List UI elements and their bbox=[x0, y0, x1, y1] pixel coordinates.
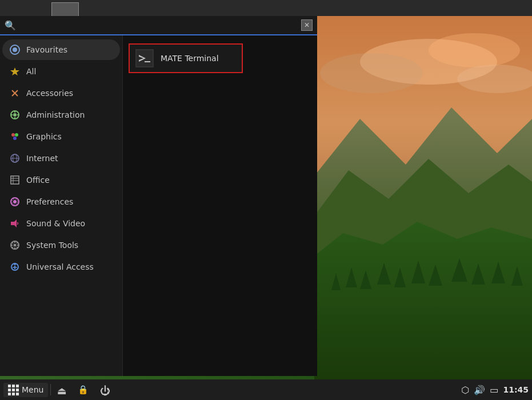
graphics-icon bbox=[9, 131, 21, 142]
sidebar-item-soundvideo[interactable]: Sound & Video bbox=[2, 213, 120, 234]
preferences-icon bbox=[9, 196, 21, 207]
svg-point-45 bbox=[14, 244, 17, 247]
system-time: 11:45 bbox=[503, 385, 529, 394]
sidebar-item-label-preferences: Preferences bbox=[26, 197, 73, 206]
svg-line-52 bbox=[12, 247, 13, 248]
sidebar-item-all[interactable]: All bbox=[2, 61, 120, 82]
content-area: MATE Terminal bbox=[123, 35, 317, 376]
sidebar-item-accessories[interactable]: Accessories bbox=[2, 83, 120, 103]
svg-marker-7 bbox=[314, 222, 532, 379]
svg-marker-43 bbox=[11, 219, 17, 227]
sidebar: FavouritesAllAccessoriesAdministrationGr… bbox=[0, 35, 123, 376]
top-bar bbox=[0, 0, 532, 16]
all-icon bbox=[9, 66, 21, 77]
accessories-icon bbox=[9, 87, 21, 99]
sidebar-item-label-soundvideo: Sound & Video bbox=[26, 219, 85, 228]
sidebar-item-office[interactable]: Office bbox=[2, 170, 120, 190]
logout-icon[interactable]: ⏏ bbox=[57, 385, 66, 397]
svg-point-31 bbox=[15, 133, 18, 137]
svg-point-25 bbox=[13, 113, 17, 117]
favourites-icon bbox=[9, 44, 21, 55]
app-result-icon-mate-terminal bbox=[135, 49, 154, 67]
search-bar: 🔍 termin ✕ bbox=[0, 16, 317, 35]
menu-button[interactable]: Menu bbox=[3, 383, 48, 397]
systemtools-icon bbox=[9, 239, 21, 251]
display-icon[interactable]: ▭ bbox=[490, 385, 498, 395]
volume-icon[interactable]: 🔊 bbox=[474, 385, 485, 395]
svg-line-53 bbox=[17, 242, 18, 243]
bottom-bar: Menu ⏏ 🔒 ⏻ ⬡ 🔊 ▭ 11:45 bbox=[0, 379, 532, 400]
system-tray: ⬡ 🔊 ▭ 11:45 bbox=[461, 379, 529, 400]
desktop-background bbox=[314, 16, 532, 379]
administration-icon bbox=[9, 109, 21, 121]
bluetooth-icon[interactable]: ⬡ bbox=[461, 385, 469, 395]
svg-marker-21 bbox=[10, 67, 19, 75]
office-icon bbox=[9, 174, 21, 186]
sidebar-item-label-systemtools: System Tools bbox=[26, 241, 78, 250]
sidebar-item-administration[interactable]: Administration bbox=[2, 105, 120, 125]
universal-icon bbox=[9, 261, 21, 273]
search-input[interactable]: termin bbox=[21, 21, 297, 30]
internet-icon bbox=[9, 153, 21, 164]
svg-rect-36 bbox=[11, 176, 19, 184]
svg-point-40 bbox=[13, 200, 17, 203]
power-icon[interactable]: ⏻ bbox=[100, 385, 110, 397]
svg-point-3 bbox=[320, 53, 423, 93]
sidebar-item-graphics[interactable]: Graphics bbox=[2, 126, 120, 147]
svg-point-30 bbox=[11, 133, 15, 137]
app-menu: 🔍 termin ✕ FavouritesAllAccessoriesAdmin… bbox=[0, 16, 317, 376]
grid-icon bbox=[8, 385, 19, 395]
menu-body: FavouritesAllAccessoriesAdministrationGr… bbox=[0, 35, 317, 376]
sidebar-item-label-administration: Administration bbox=[26, 110, 85, 119]
sidebar-item-universal[interactable]: Universal Access bbox=[2, 257, 120, 277]
sidebar-item-favourites[interactable]: Favourites bbox=[2, 39, 120, 60]
sidebar-item-label-office: Office bbox=[26, 175, 50, 185]
sidebar-item-label-accessories: Accessories bbox=[26, 89, 73, 98]
bottom-actions: ⏏ 🔒 ⏻ bbox=[57, 385, 110, 397]
sidebar-item-label-internet: Internet bbox=[26, 154, 58, 163]
taskbar-separator bbox=[50, 384, 51, 395]
svg-line-51 bbox=[17, 247, 18, 248]
sidebar-item-internet[interactable]: Internet bbox=[2, 148, 120, 169]
search-clear-button[interactable]: ✕ bbox=[301, 19, 313, 31]
sidebar-item-label-universal: Universal Access bbox=[26, 262, 94, 271]
lock-icon[interactable]: 🔒 bbox=[78, 385, 89, 397]
sidebar-item-label-graphics: Graphics bbox=[26, 132, 62, 141]
menu-button-label: Menu bbox=[22, 385, 43, 394]
sidebar-item-label-all: All bbox=[26, 67, 36, 76]
soundvideo-icon bbox=[9, 218, 21, 229]
app-result-mate-terminal[interactable]: MATE Terminal bbox=[129, 43, 243, 73]
sidebar-item-preferences[interactable]: Preferences bbox=[2, 191, 120, 212]
search-icon: 🔍 bbox=[5, 20, 16, 31]
app-result-label-mate-terminal: MATE Terminal bbox=[161, 54, 219, 63]
svg-line-50 bbox=[12, 242, 13, 243]
sidebar-item-systemtools[interactable]: System Tools bbox=[2, 235, 120, 255]
svg-point-32 bbox=[13, 137, 17, 140]
svg-point-20 bbox=[13, 47, 17, 52]
sidebar-item-label-favourites: Favourites bbox=[26, 45, 67, 54]
svg-point-2 bbox=[429, 33, 520, 67]
